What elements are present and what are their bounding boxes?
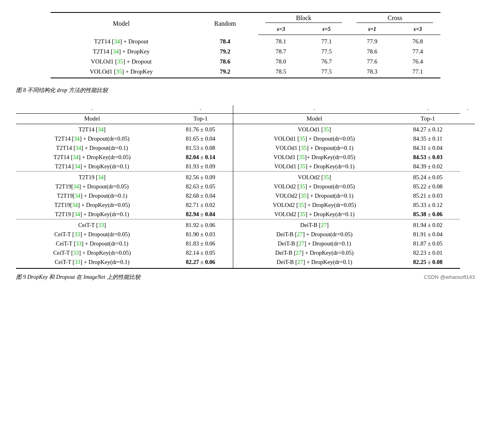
dash4: - xyxy=(395,105,460,114)
table1-cell-model: T2T14 [34] + DropKey xyxy=(51,47,192,57)
table2-cell-model-right: VOLOd1 [35]+ DropKey(dr=0.05) xyxy=(233,153,395,162)
ref-link: 34 xyxy=(74,211,80,217)
table2-cell-model-right: VOLOd2 [35] + DropKey(dr=0.1) xyxy=(233,210,395,219)
csdn-label: CSDN @whaosoft143 xyxy=(424,274,475,280)
table2-cell-top1-left: 81.92 ± 0.06 xyxy=(168,219,233,230)
ref-link: 35 xyxy=(299,163,306,170)
table2-cell-top1-right: 85.38 ± 0.06 xyxy=(395,210,460,219)
table2-row: CeiT-T [33] + DropKey(dr=0.1)82.27 ± 0.0… xyxy=(16,258,475,268)
table2-col-model-left: Model xyxy=(16,114,168,124)
table2-cell-top1-right: 81.91 ± 0.04 xyxy=(395,230,460,239)
table2-cell-top1-right: 85.33 ± 0.12 xyxy=(395,200,460,210)
table1-cell-cross-s1: 78.6 xyxy=(349,47,395,57)
ref-link: 34 xyxy=(74,135,80,142)
table1-row: T2T14 [34] + DropKey79.278.777.578.677.4 xyxy=(51,47,441,57)
table2-cell-top1-right: 81.94 ± 0.02 xyxy=(395,219,460,230)
ref-link: 27 xyxy=(298,240,304,247)
ref-link: 27 xyxy=(297,231,303,237)
table2-cell-top1-right: 82.23 ± 0.01 xyxy=(395,248,460,258)
table2-cell-top1-left: 81.83 ± 0.06 xyxy=(168,239,233,248)
table2-row: T2T14 [34] + DropKey(dr=0.05)82.04 ± 0.1… xyxy=(16,153,475,162)
table1-cross-s1: s=1 xyxy=(349,25,395,35)
table2-cell-model-left: T2T14 [34] + Dropout(dr=0.05) xyxy=(16,134,168,143)
table2-cell-model-left: T2T14 [34] xyxy=(16,124,168,135)
table1-foot xyxy=(51,78,441,80)
table2-cell-model-left: T2T19[34] + DropKey(dr=0.05) xyxy=(16,200,168,210)
table1-cell-random: 79.2 xyxy=(192,47,258,57)
table2-cell-top1-left: 82.04 ± 0.14 xyxy=(168,153,233,162)
ref-link: 35 xyxy=(323,174,329,180)
table2-row: T2T19[34] + Dropout(dr=0.05)82.63 ± 0.05… xyxy=(16,182,475,191)
table2-row: CeiT-T [33] + Dropout(dr=0.05)81.90 ± 0.… xyxy=(16,230,475,239)
dash1: - xyxy=(16,105,168,114)
table2-cell-top1-right: 85.21 ± 0.03 xyxy=(395,191,460,200)
table2-cell-model-left: CeiT-T [33] + DropKey(dr=0.1) xyxy=(16,258,168,268)
ref-link: 33 xyxy=(98,222,104,228)
table2-cell-top1-right: 82.25 ± 0.08 xyxy=(395,258,460,268)
table2-cell-model-right: DeiT-B [27] + Dropout(dr=0.1) xyxy=(233,239,395,248)
ref-link: 34 xyxy=(98,174,104,180)
ref-link: 27 xyxy=(296,250,302,256)
table2-cell-top1-left: 81.76 ± 0.05 xyxy=(168,124,233,135)
table1-cell-block-s3: 78.5 xyxy=(258,67,304,78)
table2-cell-model-right: DeiT-B [27] + Dropout(dr=0.05) xyxy=(233,230,395,239)
table2-cell-model-right: DeiT-B [27] xyxy=(233,219,395,230)
table2-cell-model-left: T2T14 [34] + DropKey(dr=0.1) xyxy=(16,162,168,172)
ref-link: 34 xyxy=(75,192,81,199)
table2-cell-top1-left: 82.68 ± 0.04 xyxy=(168,191,233,200)
table2-cell-model-left: CeiT-T [33] + DropKey(dr=0.05) xyxy=(16,248,168,258)
table2-caption-row: 图 9 DropKey 和 Dropout 在 ImageNet 上的性能比较 … xyxy=(16,274,475,281)
ref-link: 35 xyxy=(323,126,329,133)
table2-cell-model-right: DeiT-B [27] + DropKey(dr=0.05) xyxy=(233,248,395,258)
table2-cell-top1-right: 81.87 ± 0.05 xyxy=(395,239,460,248)
table2-cell-top1-right: 84.35 ± 0.11 xyxy=(395,134,460,143)
dash2: - xyxy=(168,105,233,114)
table2-cell-top1-right: 85.24 ± 0.05 xyxy=(395,172,460,182)
table1-cell-cross-s3: 77.4 xyxy=(395,47,441,57)
ref-link: 34 xyxy=(72,202,78,208)
table1-block-s5: s=5 xyxy=(304,25,349,35)
table2-caption-text: 图 9 DropKey 和 Dropout 在 ImageNet 上的性能比较 xyxy=(16,274,141,281)
table2-cell-model-right: VOLOd2 [35] + Dropout(dr=0.1) xyxy=(233,191,395,200)
ref-link: 33 xyxy=(76,240,82,247)
ref-link: 27 xyxy=(321,222,327,228)
table1-cell-random: 78.6 xyxy=(192,57,258,67)
table1-cell-random: 79.2 xyxy=(192,67,258,78)
table2-cell-model-right: VOLOd2 [35] xyxy=(233,172,395,182)
table1-cross-group: Cross xyxy=(349,12,440,25)
table2-row: CeiT-T [33] + DropKey(dr=0.05)82.14 ± 0.… xyxy=(16,248,475,258)
table2-row: T2T19 [34]82.56 ± 0.09VOLOd2 [35]85.24 ±… xyxy=(16,172,475,182)
table2-cell-top1-left: 82.71 ± 0.02 xyxy=(168,200,233,210)
table1-foot-row xyxy=(51,78,441,80)
ref-link: 35 xyxy=(299,211,306,217)
table2-cell-model-right: VOLOd1 [35] + Dropout(dr=0.05) xyxy=(233,134,395,143)
table2-row: T2T19 [34] + DropKey(dr=0.1)82.94 ± 0.04… xyxy=(16,210,475,219)
table1-cell-cross-s3: 76.8 xyxy=(395,35,441,47)
table1-col-model: Model xyxy=(51,12,192,35)
table1: Model Random Block Cross s=3 s=5 s=1 s=3… xyxy=(51,12,441,80)
table1-cell-cross-s1: 77.6 xyxy=(349,57,395,67)
ref-link: 27 xyxy=(297,259,303,265)
table2-cell-model-left: CeiT-T [33] + Dropout(dr=0.05) xyxy=(16,230,168,239)
table2-cell-model-right: VOLOd1 [35] xyxy=(233,124,395,135)
table1-cell-block-s3: 78.1 xyxy=(258,35,304,47)
ref-link: 34 xyxy=(114,38,120,45)
ref-link: 35 xyxy=(299,183,306,190)
table2-cell-top1-left: 81.93 ± 0.09 xyxy=(168,162,233,172)
table2-cell-top1-left: 82.63 ± 0.05 xyxy=(168,182,233,191)
table1-row: T2T14 [34] + Dropout78.478.177.177.976.8 xyxy=(51,35,441,47)
table2-cell-model-left: T2T14 [34] + DropKey(dr=0.05) xyxy=(16,153,168,162)
table2-cell-top1-left: 82.94 ± 0.04 xyxy=(168,210,233,219)
table1-header-top: Model Random Block Cross xyxy=(51,12,441,25)
table1-cell-model: T2T14 [34] + Dropout xyxy=(51,35,192,47)
table1-cell-block-s5: 76.7 xyxy=(304,57,349,67)
table1-wrapper: Model Random Block Cross s=3 s=5 s=1 s=3… xyxy=(16,12,475,80)
table1-row: VOLOd1 [35] + DropKey79.278.577.578.377.… xyxy=(51,67,441,78)
ref-link: 34 xyxy=(74,163,80,170)
ref-link: 34 xyxy=(73,154,79,160)
table2-cell-top1-left: 82.27 ± 0.06 xyxy=(168,258,233,268)
table1-cell-random: 78.4 xyxy=(192,35,258,47)
table2-cell-top1-right: 84.39 ± 0.02 xyxy=(395,162,460,172)
table2-row: T2T14 [34] + Dropout(dr=0.1)81.53 ± 0.08… xyxy=(16,143,475,153)
table2-cell-top1-left: 81.53 ± 0.08 xyxy=(168,143,233,153)
